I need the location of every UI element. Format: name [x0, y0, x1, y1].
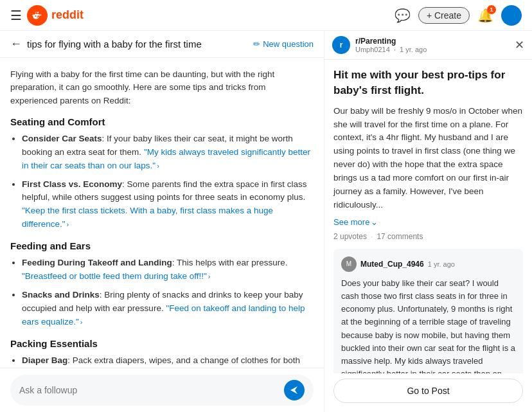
post-meta: r r/Parenting Umph0214 · 1 yr. ago	[332, 36, 427, 54]
intro-text: Flying with a baby for the first time ca…	[10, 68, 314, 107]
dot-separator: ·	[371, 232, 373, 241]
notification-badge: 1	[487, 5, 496, 14]
chevron-right-icon: ›	[208, 273, 211, 280]
reddit-logo[interactable]: reddit	[27, 5, 84, 26]
right-panel: r r/Parenting Umph0214 · 1 yr. ago ✕ Hit…	[324, 31, 532, 412]
right-header: r r/Parenting Umph0214 · 1 yr. ago ✕	[324, 31, 532, 60]
post-username-time: Umph0214 · 1 yr. ago	[355, 46, 427, 53]
main-area: ← tips for flying with a baby for the fi…	[0, 31, 532, 412]
go-to-post-button[interactable]: Go to Post	[333, 379, 523, 403]
top-nav: ☰ reddit 💬 + Create 🔔 1	[0, 0, 532, 31]
right-content: Hit me with your best pro-tips for baby'…	[324, 60, 532, 373]
chat-icon[interactable]: 💬	[395, 8, 411, 23]
send-button[interactable]	[284, 380, 305, 400]
feeding-list: Feeding During Takeoff and Landing: This…	[10, 256, 314, 329]
item-bold: First Class vs. Economy	[22, 179, 122, 189]
user-avatar[interactable]	[501, 5, 522, 26]
quote-link[interactable]: "Keep the first class tickets. With a ba…	[22, 206, 273, 229]
list-item: Consider Car Seats: If your baby likes t…	[22, 132, 314, 173]
item-bold: Feeding During Takeoff and Landing	[22, 258, 172, 267]
section-seating: Seating and Comfort Consider Car Seats: …	[10, 116, 314, 231]
chevron-down-icon: ⌄	[371, 217, 378, 227]
page-title: tips for flying with a baby for the firs…	[27, 39, 202, 49]
nav-right: 💬 + Create 🔔 1	[395, 5, 522, 26]
followup-input[interactable]	[19, 385, 284, 395]
section-heading-packing: Packing Essentials	[10, 338, 314, 349]
chevron-right-icon: ›	[157, 162, 159, 170]
comment-body: Does your baby like their car seat? I wo…	[341, 277, 515, 373]
item-bold: Snacks and Drinks	[22, 290, 100, 300]
post-title: Hit me with your best pro-tips for baby'…	[333, 67, 523, 98]
post-body: Our baby will be freshly 9 mos/o in Octo…	[333, 105, 523, 212]
left-content: Flying with a baby for the first time ca…	[0, 58, 324, 368]
new-question-button[interactable]: ✏ New question	[253, 39, 314, 49]
section-feeding: Feeding and Ears Feeding During Takeoff …	[10, 240, 314, 329]
create-button[interactable]: + Create	[418, 7, 470, 24]
section-packing: Packing Essentials Diaper Bag: Pack extr…	[10, 338, 314, 368]
list-item: Snacks and Drinks: Bring plenty of snack…	[22, 289, 314, 329]
comment-card: M Muted_Cup_4946 1 yr. ago Does your bab…	[333, 249, 523, 373]
comment-header: M Muted_Cup_4946 1 yr. ago	[341, 256, 515, 272]
item-text: : This helps with ear pressure.	[172, 258, 288, 267]
reddit-icon	[27, 5, 48, 26]
subreddit-name[interactable]: r/Parenting	[355, 37, 427, 46]
post-stats: 2 upvotes · 17 comments	[333, 232, 523, 241]
packing-list: Diaper Bag: Pack extra diapers, wipes, a…	[10, 354, 314, 368]
section-heading-seating: Seating and Comfort	[10, 116, 314, 127]
item-bold: Consider Car Seats	[22, 134, 102, 143]
quote-link[interactable]: "Breastfeed or bottle feed them during t…	[22, 271, 207, 281]
list-item: First Class vs. Economy: Some parents fi…	[22, 178, 314, 232]
left-footer	[0, 368, 324, 412]
left-header-left: ← tips for flying with a baby for the fi…	[10, 37, 202, 51]
go-to-post-wrap: Go to Post	[324, 373, 532, 412]
close-button[interactable]: ✕	[515, 38, 524, 52]
chevron-right-icon: ›	[80, 318, 83, 326]
back-button[interactable]: ←	[10, 37, 22, 51]
left-header: ← tips for flying with a baby for the fi…	[0, 31, 324, 58]
comment-time: 1 yr. ago	[428, 260, 455, 268]
comment-username[interactable]: Muted_Cup_4946	[360, 260, 424, 269]
subreddit-avatar: r	[332, 36, 350, 54]
send-icon	[290, 386, 299, 395]
reddit-snoo-icon	[31, 9, 44, 22]
reddit-wordmark: reddit	[51, 8, 84, 22]
list-item: Diaper Bag: Pack extra diapers, wipes, a…	[22, 354, 314, 368]
new-question-icon: ✏	[253, 39, 260, 49]
hamburger-icon[interactable]: ☰	[10, 8, 22, 23]
chevron-right-icon: ›	[67, 220, 69, 228]
item-bold: Diaper Bag	[22, 355, 67, 365]
comment-avatar: M	[341, 256, 357, 272]
followup-input-wrap	[10, 375, 314, 406]
section-heading-feeding: Feeding and Ears	[10, 240, 314, 251]
nav-left: ☰ reddit	[10, 5, 84, 26]
left-panel: ← tips for flying with a baby for the fi…	[0, 31, 324, 412]
see-more-button[interactable]: See more ⌄	[333, 217, 523, 227]
list-item: Feeding During Takeoff and Landing: This…	[22, 256, 314, 283]
notification-button[interactable]: 🔔 1	[477, 8, 493, 23]
seating-list: Consider Car Seats: If your baby likes t…	[10, 132, 314, 231]
sub-info: r/Parenting Umph0214 · 1 yr. ago	[355, 37, 427, 53]
